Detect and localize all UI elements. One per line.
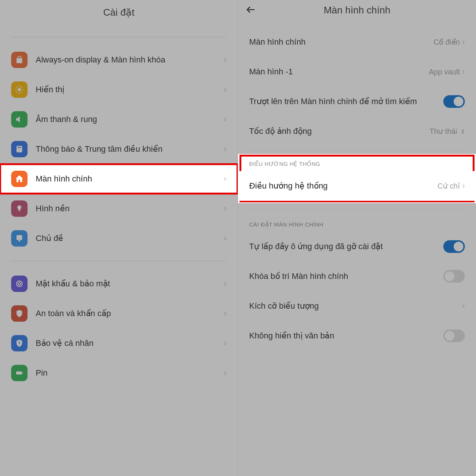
- row-label: Bảo vệ cá nhân: [36, 338, 224, 349]
- row-label: Always-on display & Màn hình khóa: [36, 55, 224, 65]
- row-hide-labels[interactable]: Không hiển thị văn bản: [238, 321, 476, 351]
- toggle-lock-layout[interactable]: [443, 270, 465, 283]
- svg-line-6: [21, 91, 22, 92]
- row-label: Pin: [36, 368, 224, 379]
- theme-icon: [11, 230, 28, 247]
- divider: [11, 37, 226, 38]
- settings-row-display[interactable]: Hiển thị ›: [0, 75, 238, 104]
- settings-row-themes[interactable]: Chủ đề ›: [0, 223, 238, 253]
- chevron-right-icon: ›: [462, 67, 465, 77]
- settings-panel: Cài đặt Always-on display & Màn hình khó…: [0, 0, 238, 476]
- row-value: Cử chỉ: [438, 181, 460, 190]
- section-divider: [11, 261, 226, 261]
- row-system-navigation[interactable]: Điều hướng hệ thống Cử chỉ ›: [238, 171, 476, 201]
- row-label: Chủ đề: [36, 233, 224, 244]
- sound-icon: [11, 111, 28, 128]
- back-button[interactable]: [245, 4, 256, 16]
- battery-icon: [11, 365, 28, 381]
- settings-title: Cài đặt: [0, 0, 238, 29]
- row-label: Màn hình chính: [36, 174, 224, 184]
- system-navigation-section: ĐIỀU HƯỚNG HỆ THỐNG Điều hướng hệ thống …: [238, 154, 476, 203]
- svg-rect-15: [19, 342, 20, 344]
- updown-icon: ▲▼: [461, 128, 465, 134]
- settings-row-aod-lock[interactable]: Always-on display & Màn hình khóa ›: [0, 45, 238, 75]
- row-label: An toàn và khẩn cấp: [36, 308, 224, 319]
- row-swipe-up-search[interactable]: Trượt lên trên Màn hình chính để mở tìm …: [238, 87, 476, 116]
- lock-icon: [11, 52, 28, 68]
- row-label: Tự lấp đầy ô ứng dụng đã gỡ cài đặt: [249, 241, 443, 252]
- svg-rect-16: [16, 372, 22, 375]
- svg-line-7: [16, 91, 17, 92]
- sun-icon: [11, 81, 28, 98]
- toggle-swipe-search[interactable]: [443, 95, 465, 108]
- row-label: Hình nền: [36, 203, 224, 214]
- row-label: Trượt lên trên Màn hình chính để mở tìm …: [249, 96, 443, 107]
- section-header-navigation: ĐIỀU HƯỚNG HỆ THỐNG: [238, 154, 476, 171]
- row-label: Hiển thị: [36, 84, 224, 95]
- section-header-home-settings: CÀI ĐẶT MÀN HÌNH CHÍNH: [238, 210, 476, 232]
- row-label: Thông báo & Trung tâm điều khiển: [36, 144, 224, 155]
- chevron-right-icon: ›: [462, 301, 465, 311]
- svg-line-8: [21, 87, 22, 87]
- home-icon: [11, 171, 28, 187]
- row-label: Màn hình chính: [249, 36, 434, 48]
- settings-row-battery[interactable]: Pin ›: [0, 358, 238, 388]
- row-label: Màn hình -1: [249, 66, 429, 77]
- settings-row-privacy[interactable]: Bảo vệ cá nhân ›: [0, 328, 238, 358]
- home-screen-settings-panel: Màn hình chính Màn hình chính Cổ điển › …: [238, 0, 476, 476]
- row-minus-one-screen[interactable]: Màn hình -1 App vault ›: [238, 57, 476, 87]
- chevron-right-icon: ›: [224, 115, 226, 124]
- row-label: Mật khẩu & bảo mật: [36, 279, 224, 289]
- settings-row-wallpaper[interactable]: Hình nền ›: [0, 194, 238, 223]
- row-label: Tốc độ ảnh động: [249, 126, 430, 137]
- divider: [249, 150, 465, 150]
- chevron-right-icon: ›: [462, 37, 465, 47]
- chevron-right-icon: ›: [224, 204, 226, 213]
- toggle-hide-labels[interactable]: [443, 329, 465, 342]
- settings-row-password-security[interactable]: Mật khẩu & bảo mật ›: [0, 269, 238, 299]
- svg-rect-11: [16, 235, 22, 240]
- row-label: Kích cỡ biểu tượng: [249, 300, 462, 312]
- notif-icon: [11, 141, 28, 157]
- svg-rect-10: [18, 147, 21, 148]
- chevron-right-icon: ›: [462, 181, 465, 191]
- toggle-fill-cells[interactable]: [443, 240, 465, 253]
- settings-row-home-screen[interactable]: Màn hình chính ›: [0, 164, 238, 194]
- row-animation-speed[interactable]: Tốc độ ảnh động Thư thái ▲▼: [238, 116, 476, 146]
- row-fill-empty-cells[interactable]: Tự lấp đầy ô ứng dụng đã gỡ cài đặt: [238, 232, 476, 261]
- svg-point-0: [18, 88, 21, 91]
- row-label: Điều hướng hệ thống: [249, 180, 438, 192]
- row-lock-layout[interactable]: Khóa bố trí Màn hình chính: [238, 261, 476, 291]
- chevron-right-icon: ›: [224, 174, 226, 184]
- svg-point-13: [16, 281, 22, 286]
- row-value: Cổ điển: [434, 38, 460, 46]
- wallpaper-icon: [11, 200, 28, 217]
- svg-rect-12: [19, 240, 20, 241]
- chevron-right-icon: ›: [224, 144, 226, 154]
- svg-rect-17: [22, 372, 23, 374]
- svg-line-5: [16, 87, 17, 87]
- chevron-right-icon: ›: [224, 55, 226, 65]
- row-label: Không hiển thị văn bản: [249, 330, 443, 341]
- detail-title: Màn hình chính: [245, 4, 469, 16]
- privacy-icon: [11, 335, 28, 351]
- chevron-right-icon: ›: [224, 309, 226, 318]
- chevron-right-icon: ›: [224, 368, 226, 378]
- detail-header: Màn hình chính: [238, 0, 476, 27]
- row-home-screen-mode[interactable]: Màn hình chính Cổ điển ›: [238, 27, 476, 57]
- svg-rect-9: [16, 146, 22, 152]
- chevron-right-icon: ›: [224, 338, 226, 348]
- settings-row-safety-emergency[interactable]: An toàn và khẩn cấp ›: [0, 299, 238, 328]
- row-value: Thư thái: [430, 127, 457, 136]
- row-icon-size[interactable]: Kích cỡ biểu tượng ›: [238, 291, 476, 321]
- settings-row-notifications[interactable]: Thông báo & Trung tâm điều khiển ›: [0, 134, 238, 164]
- chevron-right-icon: ›: [224, 279, 226, 289]
- chevron-right-icon: ›: [224, 85, 226, 94]
- row-label: Khóa bố trí Màn hình chính: [249, 271, 443, 282]
- row-label: Âm thanh & rung: [36, 114, 224, 125]
- settings-row-sound[interactable]: Âm thanh & rung ›: [0, 104, 238, 134]
- emergency-icon: [11, 305, 28, 322]
- security-icon: [11, 276, 28, 292]
- chevron-right-icon: ›: [224, 234, 226, 243]
- row-value: App vault: [429, 68, 460, 76]
